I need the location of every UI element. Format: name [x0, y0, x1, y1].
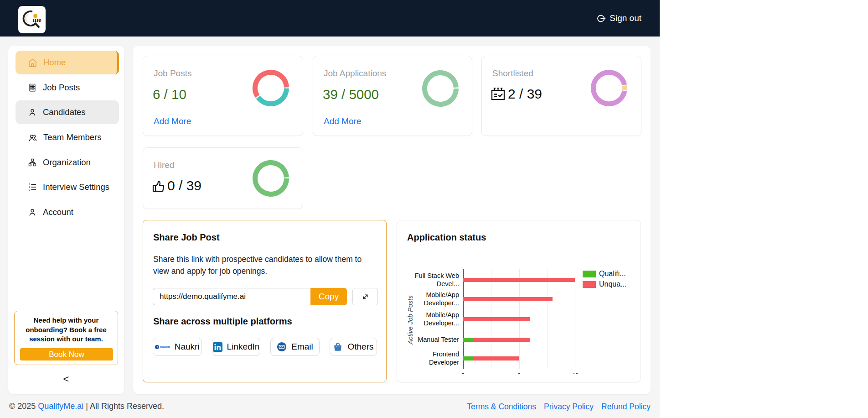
svg-text:3: 3: [29, 188, 30, 191]
svg-text:me: me: [33, 16, 41, 23]
